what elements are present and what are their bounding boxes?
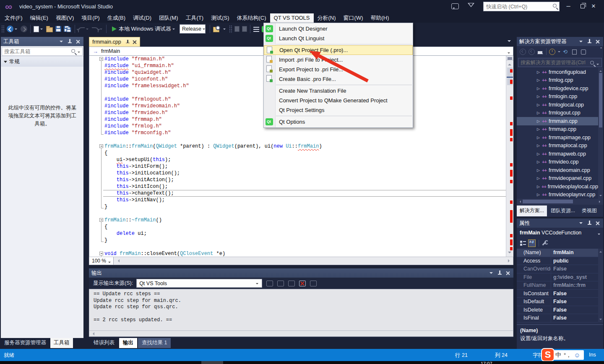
property-pages-icon[interactable] bbox=[541, 239, 548, 247]
expand-icon[interactable]: ▷ bbox=[537, 78, 542, 82]
expand-icon[interactable]: ▷ bbox=[537, 176, 542, 180]
property-row-File[interactable]: Fileg:\video_syst bbox=[517, 273, 598, 282]
close-icon[interactable] bbox=[595, 39, 601, 44]
pin-icon[interactable] bbox=[586, 39, 592, 44]
scroll-right-icon[interactable] bbox=[508, 259, 511, 263]
solution-configuration-combo[interactable]: Release bbox=[180, 24, 206, 34]
toolbox-search-input[interactable] bbox=[2, 47, 83, 56]
quick-launch-input[interactable] bbox=[484, 2, 547, 11]
tree-item-frmlogin.cpp[interactable]: ▷++frmlogin.cpp bbox=[517, 93, 598, 101]
properties-object-selector[interactable]: frmMain VCCodeFunction bbox=[517, 228, 603, 238]
save-button[interactable] bbox=[54, 24, 62, 34]
pin-icon[interactable] bbox=[67, 39, 73, 44]
tree-item-frmmapweb.cpp[interactable]: ▷++frmmapweb.cpp bbox=[517, 150, 598, 158]
properties-grid[interactable]: (Name)frmMainAccesspublicCanOverrideFals… bbox=[517, 249, 598, 322]
menu-9[interactable]: 测试(S) bbox=[207, 13, 233, 23]
refresh-icon[interactable] bbox=[562, 49, 569, 55]
menu-11[interactable]: QT VS TOOLS bbox=[270, 13, 314, 23]
code-line-18[interactable]: this->initLocation(); bbox=[89, 170, 513, 177]
scroll-left-icon[interactable] bbox=[116, 259, 120, 263]
expand-icon[interactable]: ▷ bbox=[537, 111, 542, 115]
output-source-combo[interactable]: Qt VS Tools bbox=[136, 279, 262, 288]
property-row-IsFinal[interactable]: IsFinalFalse bbox=[517, 314, 598, 322]
navigate-forward-button[interactable] bbox=[19, 24, 29, 34]
tab-2[interactable]: 输出 bbox=[119, 338, 137, 348]
properties-icon[interactable] bbox=[580, 49, 586, 55]
sogou-logo-icon[interactable]: S bbox=[542, 349, 554, 361]
menu-5[interactable]: 生成(B) bbox=[104, 13, 129, 23]
code-line-29[interactable] bbox=[89, 244, 513, 250]
tree-vertical-scrollbar[interactable] bbox=[598, 68, 603, 199]
menu-item-export-project-to-pri-file[interactable]: Export Project to .pri File... bbox=[264, 65, 413, 74]
window-position-icon[interactable] bbox=[578, 39, 584, 44]
word-wrap-icon[interactable] bbox=[310, 281, 317, 286]
search-options-icon[interactable] bbox=[78, 52, 80, 54]
expand-icon[interactable]: ▷ bbox=[537, 143, 542, 148]
close-button[interactable]: ✕ bbox=[586, 0, 601, 13]
tab-1[interactable]: 服务器资源管理器 bbox=[1, 338, 49, 348]
document-tab-frmmain[interactable]: frmmain.cpp bbox=[89, 37, 140, 47]
code-line-30[interactable]: void frmMain::closeEvent(QCloseEvent *e) bbox=[89, 250, 513, 257]
tree-item-frmvideoplaylocal.cpp[interactable]: ▷++frmvideoplaylocal.cpp bbox=[517, 182, 598, 191]
start-debug-button[interactable]: 本地 Windows 调试器 bbox=[108, 24, 177, 34]
expand-icon[interactable]: ▷ bbox=[537, 103, 542, 107]
code-line-23[interactable]: } bbox=[89, 203, 513, 210]
tree-item-frmvideoplaynvr.cpp[interactable]: ▷++frmvideoplaynvr.cpp bbox=[517, 191, 598, 199]
fold-collapse-icon[interactable] bbox=[99, 143, 104, 150]
code-line-14[interactable]: frmMain::frmMain(QWidget *parent) : QWid… bbox=[89, 143, 513, 150]
toolbar-grip[interactable] bbox=[229, 25, 232, 33]
tab-1[interactable]: 错误列表 bbox=[90, 338, 118, 348]
code-line-22[interactable]: this->initNav(); bbox=[89, 197, 513, 203]
tab-3[interactable]: 类视图 bbox=[579, 205, 600, 216]
close-icon[interactable] bbox=[505, 270, 511, 276]
menu-13[interactable]: 窗口(W) bbox=[340, 13, 367, 23]
find-message-icon[interactable] bbox=[266, 281, 273, 286]
code-line-24[interactable] bbox=[89, 210, 513, 217]
menu-item-convert-project-to-qmake-generated-project[interactable]: Convert Project to QMake Generated Proje… bbox=[264, 96, 413, 105]
tree-item-frmmain.cpp[interactable]: ▷++frmmain.cpp bbox=[517, 117, 598, 125]
expand-icon[interactable]: ▷ bbox=[537, 192, 542, 197]
document-list-chevron-icon[interactable] bbox=[508, 40, 511, 44]
menu-item-launch-qt-designer[interactable]: Launch Qt Designer bbox=[264, 24, 413, 34]
menu-item-open-qt-project-file-pro[interactable]: Open Qt Project File (.pro)... bbox=[264, 45, 413, 55]
find-dropdown[interactable] bbox=[221, 24, 228, 34]
properties-scrollbar[interactable] bbox=[598, 249, 603, 322]
code-line-28[interactable]: } bbox=[89, 237, 513, 244]
tree-item-frmlogout.cpp[interactable]: ▷++frmlogout.cpp bbox=[517, 109, 598, 117]
ime-toolbar[interactable]: S 中 °， ☺ bbox=[545, 350, 584, 360]
code-line-20[interactable]: this->initIcon(); bbox=[89, 183, 513, 190]
expand-icon[interactable]: ▷ bbox=[537, 152, 542, 156]
menu-2[interactable]: 编辑(E) bbox=[26, 13, 52, 23]
code-line-16[interactable]: ui->setupUi(this); bbox=[89, 156, 513, 163]
zoom-level-combo[interactable]: 100 % bbox=[89, 257, 114, 265]
code-line-26[interactable]: { bbox=[89, 224, 513, 230]
new-file-button[interactable] bbox=[32, 24, 45, 34]
toolbox-header[interactable]: 工具箱 bbox=[1, 37, 83, 46]
code-line-15[interactable]: { bbox=[89, 150, 513, 156]
menu-1[interactable]: 文件(F) bbox=[1, 13, 26, 23]
menu-item-qt-options[interactable]: Qt Options bbox=[264, 117, 413, 127]
editor-vertical-scrollbar[interactable] bbox=[506, 56, 513, 257]
toolbar-overflow-icon[interactable]: '' bbox=[600, 47, 602, 52]
open-file-button[interactable] bbox=[45, 24, 54, 34]
tree-horizontal-scrollbar[interactable] bbox=[517, 199, 603, 205]
expand-icon[interactable]: ▷ bbox=[537, 185, 542, 189]
menu-10[interactable]: 体系结构(C) bbox=[233, 13, 270, 23]
minimize-button[interactable]: ─ bbox=[561, 0, 575, 13]
feedback-icon[interactable] bbox=[451, 3, 459, 9]
navigate-backward-button[interactable] bbox=[5, 24, 19, 34]
solution-tree[interactable]: ▷++frmconfigupload▷++frmlog.cpp▷++frmlog… bbox=[517, 68, 598, 199]
notifications-flag-icon[interactable] bbox=[468, 3, 474, 10]
menu-6[interactable]: 调试(D) bbox=[129, 13, 155, 23]
clear-all-icon[interactable] bbox=[299, 281, 306, 286]
bookmark-next-button[interactable] bbox=[241, 24, 248, 34]
fold-collapse-icon[interactable] bbox=[99, 217, 104, 224]
menu-12[interactable]: 分析(N) bbox=[314, 13, 340, 23]
expand-icon[interactable]: ▷ bbox=[537, 119, 542, 123]
property-row-FullName[interactable]: FullNamefrmMain::frm bbox=[517, 281, 598, 290]
alphabetical-icon[interactable] bbox=[528, 239, 536, 247]
close-icon[interactable] bbox=[595, 220, 601, 226]
output-horizontal-scrollbar[interactable] bbox=[89, 331, 513, 337]
pin-tab-icon[interactable] bbox=[125, 39, 130, 45]
home-icon[interactable] bbox=[537, 49, 544, 55]
